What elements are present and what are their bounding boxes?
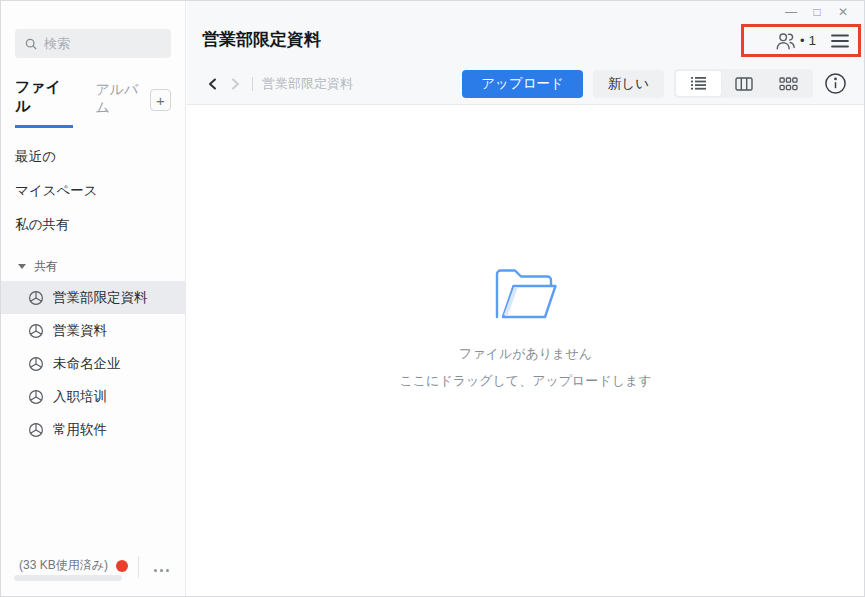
search-icon xyxy=(25,37,37,51)
storage-area: (33 KB使用済み) xyxy=(1,546,185,596)
empty-state-subtitle: ここにドラッグして、アップロードします xyxy=(187,372,864,390)
shared-folder-label: 常用软件 xyxy=(53,421,107,439)
sidebar-nav: 最近の マイスペース 私の共有 xyxy=(1,140,185,242)
back-icon[interactable] xyxy=(202,73,224,95)
shared-folder-icon xyxy=(28,389,44,405)
member-count: 1 xyxy=(808,33,816,48)
grid-view-button[interactable] xyxy=(766,71,811,96)
shared-folder-item[interactable]: 常用软件 xyxy=(1,413,185,446)
shared-section-header[interactable]: 共有 xyxy=(1,256,185,276)
minimize-button[interactable]: — xyxy=(778,2,804,22)
search-box[interactable] xyxy=(15,29,171,58)
empty-state-title: ファイルがありません xyxy=(187,345,864,363)
shared-folder-item[interactable]: 営業部限定資料 xyxy=(1,281,185,314)
list-view-button[interactable] xyxy=(676,71,721,96)
sidebar-tabs: ファイル アルバム + xyxy=(15,78,171,128)
window-controls: — □ ✕ xyxy=(778,2,856,22)
annotation-highlight-box: • 1 xyxy=(741,24,861,57)
toolbar: 営業部限定資料 アップロード 新しい xyxy=(202,69,849,98)
list-view-icon xyxy=(690,76,707,91)
more-options-icon[interactable] xyxy=(150,565,173,576)
maximize-button[interactable]: □ xyxy=(804,2,830,22)
add-tab-button[interactable]: + xyxy=(150,89,171,111)
tab-albums[interactable]: アルバム xyxy=(95,81,150,126)
empty-state: ファイルがありません ここにドラッグして、アップロードします xyxy=(187,261,864,390)
column-view-icon xyxy=(735,77,753,91)
empty-folder-icon xyxy=(488,261,564,325)
member-count-separator: • xyxy=(800,33,805,48)
grid-view-icon xyxy=(779,77,798,91)
search-input[interactable] xyxy=(44,36,161,51)
file-content-area[interactable]: ファイルがありません ここにドラッグして、アップロードします xyxy=(187,106,864,596)
info-icon xyxy=(824,72,847,95)
shared-folder-item[interactable]: 営業資料 xyxy=(1,314,185,347)
shared-folder-icon xyxy=(28,323,44,339)
sidebar-item-my-shares[interactable]: 私の共有 xyxy=(1,208,185,242)
members-button[interactable]: • 1 xyxy=(774,31,816,51)
members-icon xyxy=(774,31,796,51)
new-button[interactable]: 新しい xyxy=(593,70,664,98)
app-window: ファイル アルバム + 最近の マイスペース 私の共有 共有 営業部限定資料 営… xyxy=(0,0,865,597)
shared-folder-icon xyxy=(28,356,44,372)
storage-usage-text: (33 KB使用済み) xyxy=(19,557,108,574)
shared-folder-list: 営業部限定資料 営業資料 未命名企业 入职培训 常用软件 xyxy=(1,281,185,446)
upload-button[interactable]: アップロード xyxy=(462,70,583,98)
column-view-button[interactable] xyxy=(721,71,766,96)
sidebar-item-my-space[interactable]: マイスペース xyxy=(1,174,185,208)
shared-folder-label: 未命名企业 xyxy=(53,355,121,373)
collapse-triangle-icon xyxy=(18,264,26,269)
shared-folder-icon xyxy=(28,290,44,306)
main-panel: — □ ✕ 営業部限定資料 • 1 xyxy=(187,1,864,596)
info-button[interactable] xyxy=(821,70,849,98)
view-switcher xyxy=(674,69,813,98)
forward-icon[interactable] xyxy=(224,73,246,95)
shared-folder-label: 営業資料 xyxy=(53,322,107,340)
toolbar-actions: アップロード 新しい xyxy=(462,69,849,98)
tab-files[interactable]: ファイル xyxy=(15,78,73,128)
storage-divider xyxy=(138,556,139,578)
shared-folder-item[interactable]: 未命名企业 xyxy=(1,347,185,380)
breadcrumb-current: 営業部限定資料 xyxy=(262,75,353,93)
main-header: — □ ✕ 営業部限定資料 • 1 xyxy=(187,1,864,105)
menu-icon[interactable] xyxy=(831,34,849,48)
sidebar: ファイル アルバム + 最近の マイスペース 私の共有 共有 営業部限定資料 営… xyxy=(1,1,186,596)
sidebar-item-recent[interactable]: 最近の xyxy=(1,140,185,174)
page-title: 営業部限定資料 xyxy=(202,28,321,51)
close-button[interactable]: ✕ xyxy=(830,2,856,22)
breadcrumb-divider xyxy=(252,77,253,91)
alert-dot-icon xyxy=(116,560,128,572)
shared-folder-label: 営業部限定資料 xyxy=(53,289,148,307)
breadcrumb: 営業部限定資料 xyxy=(202,73,353,95)
shared-folder-item[interactable]: 入职培训 xyxy=(1,380,185,413)
storage-progress-bar xyxy=(14,575,122,581)
shared-section-label: 共有 xyxy=(34,258,58,275)
shared-folder-icon xyxy=(28,422,44,438)
shared-folder-label: 入职培训 xyxy=(53,388,107,406)
